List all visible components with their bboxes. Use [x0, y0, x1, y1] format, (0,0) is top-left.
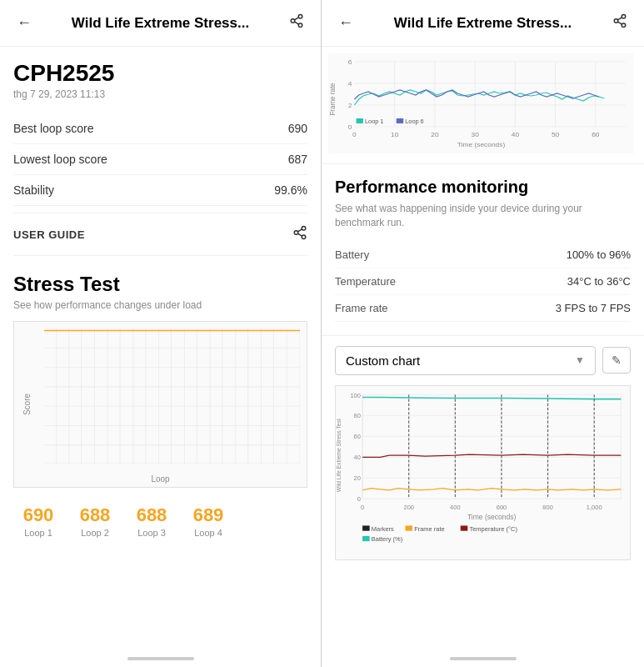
custom-chart-dropdown: Custom chart ▼ ✎ [335, 346, 631, 375]
stats-list: Best loop score 690 Lowest loop score 68… [13, 113, 307, 206]
performance-section: Performance monitoring See what was happ… [322, 164, 644, 336]
svg-text:Loop 6: Loop 6 [405, 118, 423, 125]
custom-chart-dropdown-box[interactable]: Custom chart ▼ [335, 346, 596, 375]
right-content: Frame rate 6 4 2 0 0 10 20 30 40 50 60 T… [322, 47, 644, 650]
svg-point-69 [622, 23, 626, 28]
svg-line-4 [294, 18, 298, 20]
svg-point-67 [622, 15, 626, 19]
user-guide-label: USER GUIDE [13, 228, 85, 241]
svg-text:Battery (%): Battery (%) [372, 535, 402, 543]
svg-text:100: 100 [350, 391, 360, 399]
home-bar [127, 657, 194, 660]
svg-point-1 [291, 19, 295, 23]
custom-chart-area: Wild Life Extreme Stress Test 100 80 60 … [335, 385, 631, 560]
svg-point-0 [298, 15, 302, 19]
svg-point-2 [298, 23, 302, 28]
home-bar-right [450, 657, 517, 660]
stress-title: Stress Test [13, 273, 307, 296]
left-header: ← Wild Life Extreme Stress... [0, 0, 321, 47]
right-share-button[interactable] [609, 10, 631, 36]
perf-temperature: Temperature 34°C to 36°C [335, 268, 631, 295]
svg-text:50: 50 [552, 131, 560, 138]
user-guide-share-icon[interactable] [292, 225, 307, 243]
svg-text:0: 0 [352, 131, 357, 138]
svg-text:400: 400 [450, 503, 460, 510]
svg-text:2: 2 [348, 102, 352, 109]
custom-chart-label: Custom chart [346, 354, 420, 368]
stress-chart: Score Loop 700 600 500 400 [13, 321, 307, 488]
stat-best-loop: Best loop score 690 [13, 113, 307, 144]
svg-text:Time (seconds): Time (seconds) [467, 513, 517, 521]
svg-point-5 [302, 227, 306, 231]
svg-text:Frame rate: Frame rate [329, 83, 337, 116]
svg-text:200: 200 [403, 503, 413, 510]
svg-text:Markers: Markers [372, 524, 394, 532]
svg-text:20: 20 [354, 474, 361, 482]
left-home-indicator [0, 650, 321, 667]
chevron-down-icon: ▼ [575, 354, 585, 366]
y-axis-label: Score [22, 394, 32, 415]
svg-rect-135 [405, 525, 412, 530]
perf-battery: Battery 100% to 96% [335, 242, 631, 268]
svg-point-7 [302, 235, 306, 239]
svg-text:Time (seconds): Time (seconds) [457, 141, 506, 148]
frame-rate-chart-section: Frame rate 6 4 2 0 0 10 20 30 40 50 60 T… [322, 47, 644, 164]
svg-line-8 [297, 233, 302, 236]
perf-subtitle: See what was happening inside your devic… [335, 202, 631, 230]
right-home-indicator [322, 650, 644, 667]
left-header-title: Wild Life Extreme Stress... [42, 15, 279, 32]
svg-rect-139 [362, 536, 370, 541]
loop-score-2: 688 Loop 2 [70, 504, 120, 538]
device-name: CPH2525 [13, 60, 307, 87]
svg-line-71 [617, 18, 622, 20]
left-content: CPH2525 thg 7 29, 2023 11:13 Best loop s… [0, 47, 321, 650]
svg-rect-137 [461, 525, 468, 530]
svg-text:60: 60 [354, 433, 361, 440]
svg-text:Temperature (°C): Temperature (°C) [469, 524, 517, 532]
svg-text:600: 600 [497, 503, 507, 510]
svg-text:4: 4 [348, 80, 352, 88]
svg-text:30: 30 [471, 131, 479, 138]
right-panel: ← Wild Life Extreme Stress... Frame rate [322, 0, 644, 667]
svg-text:0: 0 [361, 503, 364, 510]
svg-text:0: 0 [348, 123, 352, 131]
custom-chart-section: Custom chart ▼ ✎ Wild Life Extreme Stres… [322, 336, 644, 570]
svg-text:6: 6 [348, 58, 352, 66]
svg-text:10: 10 [391, 131, 399, 138]
loop-score-1: 690 Loop 1 [13, 504, 63, 538]
edit-chart-button[interactable]: ✎ [602, 347, 631, 374]
svg-text:Loop 1: Loop 1 [365, 118, 383, 125]
svg-text:Wild Life Extreme Stress Test: Wild Life Extreme Stress Test [336, 419, 342, 492]
svg-rect-133 [362, 525, 370, 530]
left-panel: ← Wild Life Extreme Stress... CPH2525 th… [0, 0, 322, 667]
x-axis-label: Loop [151, 474, 169, 484]
right-header: ← Wild Life Extreme Stress... [322, 0, 644, 47]
svg-text:Frame rate: Frame rate [414, 524, 445, 532]
svg-text:60: 60 [592, 131, 600, 138]
right-back-button[interactable]: ← [335, 11, 357, 35]
svg-point-6 [294, 231, 298, 235]
svg-line-70 [617, 22, 622, 24]
svg-text:1,000: 1,000 [587, 503, 602, 510]
perf-title: Performance monitoring [335, 178, 631, 197]
svg-text:20: 20 [431, 131, 439, 138]
loop-score-3: 688 Loop 3 [127, 504, 177, 538]
svg-rect-96 [357, 118, 363, 123]
perf-framerate: Frame rate 3 FPS to 7 FPS [335, 295, 631, 322]
left-share-button[interactable] [286, 10, 307, 36]
user-guide-row[interactable]: USER GUIDE [13, 213, 307, 256]
svg-text:0: 0 [357, 495, 361, 503]
svg-rect-72 [328, 53, 634, 153]
svg-point-68 [614, 19, 618, 23]
stat-stability: Stability 99.6% [13, 175, 307, 206]
stat-lowest-loop: Lowest loop score 687 [13, 144, 307, 175]
right-header-title: Wild Life Extreme Stress... [363, 15, 602, 32]
svg-rect-98 [397, 118, 403, 123]
device-date: thg 7 29, 2023 11:13 [13, 88, 307, 100]
edit-icon: ✎ [612, 354, 622, 367]
svg-rect-100 [336, 386, 630, 559]
left-back-button[interactable]: ← [13, 11, 35, 35]
stress-subtitle: See how performance changes under load [13, 299, 307, 311]
svg-line-3 [294, 22, 298, 24]
loop-score-4: 689 Loop 4 [183, 504, 233, 538]
